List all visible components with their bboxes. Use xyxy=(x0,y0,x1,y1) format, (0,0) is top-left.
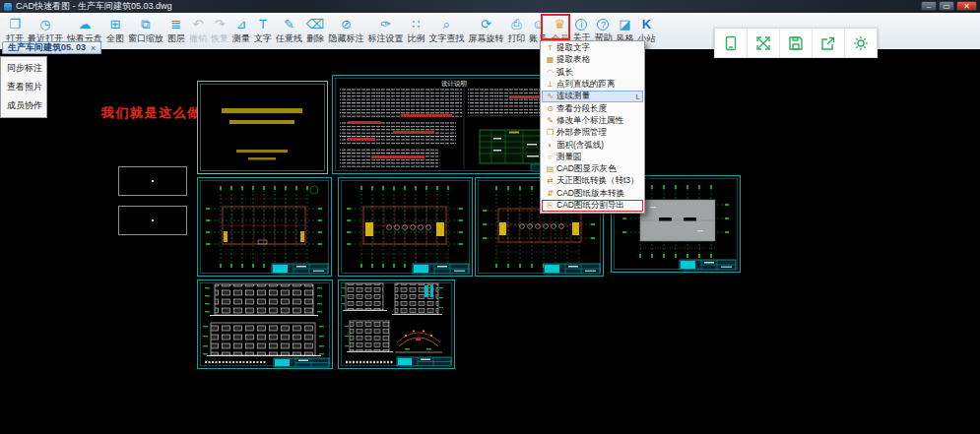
menu-item-label: 查看分段长度 xyxy=(556,103,638,115)
menu-icon-extract-text: T xyxy=(544,43,556,53)
share-button[interactable] xyxy=(813,29,844,57)
context-menu-label: 同步标注 xyxy=(7,63,42,73)
toolbar-button-layers[interactable]: ≣ 图层 xyxy=(165,16,187,46)
menu-item-label: CAD图纸版本转换 xyxy=(556,188,638,200)
menu-item-gray-display[interactable]: ▤ CAD图显示灰色 xyxy=(542,163,643,175)
icon-text: T xyxy=(259,17,267,31)
menu-icon-continuous-measure: ∿ xyxy=(544,92,556,101)
toolbar-button-delete[interactable]: ⌫ 删除 xyxy=(304,16,326,46)
menu-icon-gray-display: ▤ xyxy=(544,164,556,174)
cad-viewer-window: CAD快速看图 - 生产车间建筑05.03.dwg – ▭ ✕ ❐ 打开 ◷ 最… xyxy=(0,0,980,434)
menu-item-continuous-measure[interactable]: ∿ 连续测量 L xyxy=(542,91,643,102)
tab-close-icon[interactable]: × xyxy=(91,43,96,53)
menu-item-split-export[interactable]: ⎘ CAD图纸分割导出 xyxy=(542,200,643,212)
context-menu-item-sync-annotation[interactable]: 同步标注 xyxy=(1,59,46,78)
toolbar-label: 标注设置 xyxy=(367,32,403,45)
toolbar-button-full-view[interactable]: ⊞ 全图 xyxy=(104,16,126,46)
menu-item-shortcut: L xyxy=(634,93,640,101)
toolbar-button-undo[interactable]: ↶ 撤销 xyxy=(187,16,209,46)
menu-item-label: 提取文字 xyxy=(556,42,638,54)
context-menu-item-view-photo[interactable]: 查看照片 xyxy=(1,78,46,96)
fullscreen-button[interactable] xyxy=(748,29,779,57)
mobile-preview-button[interactable] xyxy=(715,29,747,57)
icon-free-line: ✎ xyxy=(284,17,294,31)
icon-screen-rotate: ⟳ xyxy=(481,17,491,31)
context-menu-label: 查看照片 xyxy=(7,82,42,92)
menu-item-extract-text[interactable]: T 提取文字 xyxy=(542,42,643,54)
toolbar-label: 打印 xyxy=(507,32,525,45)
icon-k-site: K xyxy=(642,17,651,31)
menu-icon-edit-annotation: ✎ xyxy=(544,116,556,126)
empty-block-frame xyxy=(118,206,187,235)
drawing-canvas[interactable]: 我们就是这么做的 xyxy=(0,49,980,434)
icon-hide-annotation: ⊘ xyxy=(341,17,352,31)
toolbar-label: 任意线 xyxy=(276,32,302,45)
icon-help: ? xyxy=(597,19,609,31)
menu-item-tangent-convert[interactable]: ⇄ 天正图纸转换（转t3） xyxy=(542,175,643,187)
toolbar-button-hide-annotation[interactable]: ⊘ 隐藏标注 xyxy=(326,16,365,46)
save-icon xyxy=(787,34,805,52)
document-tab[interactable]: 生产车间建筑05. 03 × xyxy=(2,41,101,54)
close-button[interactable]: ✕ xyxy=(956,1,977,11)
toolbar-button-find-text[interactable]: ⌕ 文字查找 xyxy=(426,16,466,46)
menu-icon-xref-manager: ❐ xyxy=(544,128,556,138)
toolbar-label: 撤销 xyxy=(189,32,207,45)
cad-frame-title-page xyxy=(197,81,328,174)
menu-item-edit-annotation[interactable]: ✎ 修改单个标注属性 xyxy=(542,115,643,127)
icon-cloud-drive: ☁ xyxy=(79,17,92,31)
menu-item-version-convert[interactable]: ⇵ CAD图纸版本转换 xyxy=(542,188,643,200)
menu-icon-version-convert: ⇵ xyxy=(544,189,556,199)
menu-icon-extract-table: ▦ xyxy=(544,55,556,65)
settings-button[interactable] xyxy=(845,29,877,57)
floating-toolbar xyxy=(714,28,878,58)
menu-icon-measure-circle: ○ xyxy=(544,153,556,162)
toolbar-button-measure[interactable]: ⊿ 测量 xyxy=(230,16,252,46)
toolbar-button-redo[interactable]: ↷ 恢复 xyxy=(209,16,230,46)
context-menu-item-member-collab[interactable]: 成员协作 xyxy=(1,96,46,115)
toolbar-label: 文字查找 xyxy=(428,32,464,45)
menu-item-xref-manager[interactable]: ❐ 外部参照管理 xyxy=(542,127,643,139)
toolbar-button-annotation-settings[interactable]: ✑ 标注设置 xyxy=(365,16,405,46)
toolbar-label: 删除 xyxy=(306,32,324,45)
menu-item-area-with-arc[interactable]: ◗ 面积(含弧线) xyxy=(542,139,643,151)
toolbar-button-scale[interactable]: ∷ 比例 xyxy=(405,16,426,46)
menu-item-segment-length[interactable]: ⊙ 查看分段长度 xyxy=(542,102,643,114)
minimize-button[interactable]: – xyxy=(921,1,937,11)
mobile-icon xyxy=(722,34,740,52)
app-logo-icon xyxy=(4,3,12,11)
icon-measure: ⊿ xyxy=(236,17,247,31)
menu-icon-point-line-distance: ⟂ xyxy=(544,80,556,90)
toolbar-label: 全图 xyxy=(106,32,124,45)
menu-item-extract-table[interactable]: ▦ 提取表格 xyxy=(542,54,643,66)
toolbar-button-window-zoom[interactable]: ⧉ 窗口缩放 xyxy=(126,16,165,46)
icon-style: ◪ xyxy=(619,17,630,31)
save-button[interactable] xyxy=(780,29,812,57)
menu-item-label: 连续测量 xyxy=(556,91,634,102)
icon-scale: ∷ xyxy=(412,17,420,31)
toolbar-button-print[interactable]: ⎙ 打印 xyxy=(505,16,527,46)
toolbar-button-text[interactable]: T 文字 xyxy=(252,16,274,46)
svg-text:设计说明: 设计说明 xyxy=(441,80,467,88)
menu-icon-tangent-convert: ⇄ xyxy=(544,176,556,186)
menu-item-arc-length[interactable]: ◠ 弧长 xyxy=(542,67,643,79)
icon-account: ☺ xyxy=(532,17,545,31)
menu-icon-segment-length: ⊙ xyxy=(544,104,556,114)
toolbar-button-free-line[interactable]: ✎ 任意线 xyxy=(274,16,304,46)
menu-item-measure-circle[interactable]: ○ 测量圆 xyxy=(542,152,643,163)
empty-block-frame xyxy=(118,166,187,196)
share-icon xyxy=(819,34,837,52)
vip-dropdown-menu: T 提取文字 ▦ 提取表格 ◠ 弧长 ⟂ 点到直线的距离 xyxy=(540,40,645,214)
icon-print: ⎙ xyxy=(511,17,521,31)
menu-item-label: CAD图显示灰色 xyxy=(556,163,638,175)
title-bar: CAD快速看图 - 生产车间建筑05.03.dwg – ▭ ✕ xyxy=(0,0,980,13)
menu-icon-split-export: ⎘ xyxy=(544,201,556,211)
maximize-button[interactable]: ▭ xyxy=(939,1,954,11)
menu-item-label: 测量圆 xyxy=(556,152,638,163)
toolbar-label: 屏幕旋转 xyxy=(468,32,503,45)
menu-item-label: 修改单个标注属性 xyxy=(556,115,638,127)
menu-item-label: 面积(含弧线) xyxy=(556,140,638,152)
cad-frame-floor-plan-1 xyxy=(197,177,332,277)
menu-item-point-line-distance[interactable]: ⟂ 点到直线的距离 xyxy=(542,79,643,91)
toolbar-label: 窗口缩放 xyxy=(128,32,163,45)
toolbar-button-screen-rotate[interactable]: ⟳ 屏幕旋转 xyxy=(466,16,505,46)
